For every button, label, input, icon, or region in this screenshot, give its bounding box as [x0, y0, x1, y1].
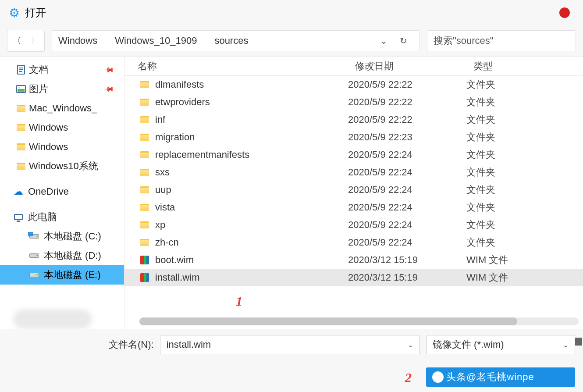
file-row[interactable]: install.wim2020/3/12 15:19WIM 文件 — [124, 269, 583, 286]
file-name: migration — [155, 132, 195, 143]
filename-label: 文件名(N): — [109, 338, 154, 351]
file-row[interactable]: dlmanifests2020/5/9 22:22文件夹 — [124, 76, 583, 93]
filetype-filter[interactable]: 镜像文件 (*.wim) ⌄ — [426, 335, 575, 354]
file-panel: ︿ 名称 修改日期 类型 dlmanifests2020/5/9 22:22文件… — [124, 57, 583, 329]
file-name: etwproviders — [155, 96, 210, 108]
file-name: boot.wim — [155, 254, 194, 266]
file-date: 2020/5/9 22:24 — [348, 167, 466, 178]
file-name: replacementmanifests — [155, 149, 249, 160]
file-row[interactable]: etwproviders2020/5/9 22:22文件夹 — [124, 93, 583, 111]
folder-icon — [139, 221, 150, 229]
picture-icon — [16, 84, 26, 94]
gear-icon: ⚙ — [9, 6, 20, 20]
wim-file-icon — [139, 256, 150, 264]
file-name: vista — [155, 202, 175, 213]
folder-icon — [16, 103, 26, 114]
folder-icon — [139, 133, 150, 142]
forward-button[interactable]: 〉 — [26, 30, 44, 51]
file-name: zh-cn — [155, 237, 179, 248]
breadcrumb[interactable]: Windows_10_1909 — [115, 35, 197, 46]
sidebar-item-label: 本地磁盘 (D:) — [44, 249, 101, 262]
file-row[interactable]: uup2020/5/9 22:24文件夹 — [124, 181, 583, 199]
sidebar-item-folder[interactable]: Mac_Windows_ — [0, 99, 124, 118]
file-name: uup — [155, 184, 171, 196]
location-bar[interactable]: Windows Windows_10_1909 sources ⌄ ↻ — [52, 30, 420, 51]
close-dot-icon[interactable] — [559, 7, 570, 18]
sidebar-item-label: 文档 — [29, 63, 48, 76]
drive-icon — [29, 231, 39, 242]
open-button[interactable]: 头条@老毛桃winpe — [426, 367, 575, 387]
sidebar-item-folder[interactable]: Windows10系统 — [0, 157, 124, 176]
drive-icon — [29, 270, 39, 280]
file-row[interactable]: zh-cn2020/5/9 22:24文件夹 — [124, 234, 583, 251]
folder-icon — [139, 203, 150, 212]
file-row[interactable]: migration2020/5/9 22:23文件夹 — [124, 128, 583, 146]
file-date: 2020/5/9 22:24 — [348, 237, 466, 248]
file-name-cell: zh-cn — [124, 237, 348, 248]
file-row[interactable]: xp2020/5/9 22:24文件夹 — [124, 216, 583, 234]
filename-input[interactable]: install.wim ⌄ — [160, 335, 420, 354]
breadcrumb[interactable]: Windows — [58, 35, 97, 46]
folder-icon — [16, 142, 26, 152]
refresh-icon[interactable]: ↻ — [394, 36, 413, 46]
file-name-cell: inf — [124, 114, 348, 125]
file-date: 2020/3/12 15:19 — [348, 272, 466, 283]
sidebar-item-documents[interactable]: 文档 📌 — [0, 60, 124, 79]
sidebar-item-folder[interactable]: Windows — [0, 137, 124, 157]
sidebar-item-onedrive[interactable]: ☁ OneDrive — [0, 182, 124, 201]
column-header-date[interactable]: 修改日期 — [348, 60, 466, 73]
file-date: 2020/5/9 22:22 — [348, 114, 466, 125]
file-type: 文件夹 — [466, 96, 583, 109]
file-row[interactable]: sxs2020/5/9 22:24文件夹 — [124, 164, 583, 181]
breadcrumb[interactable]: sources — [214, 35, 248, 46]
sidebar-item-thispc[interactable]: 此电脑 — [0, 207, 124, 227]
sidebar-item-label: Windows — [29, 141, 68, 153]
file-type: 文件夹 — [466, 148, 583, 161]
sidebar-item-label: 图片 — [29, 82, 48, 96]
blurred-item — [13, 310, 92, 329]
file-name-cell: install.wim — [124, 272, 348, 283]
search-input[interactable]: 搜索"sources" — [427, 30, 576, 51]
file-name: xp — [155, 219, 165, 231]
file-row[interactable]: vista2020/5/9 22:24文件夹 — [124, 199, 583, 216]
file-date: 2020/5/9 22:24 — [348, 149, 466, 160]
file-date: 2020/5/9 22:24 — [348, 202, 466, 213]
horizontal-scrollbar[interactable] — [139, 317, 579, 325]
file-name: install.wim — [155, 272, 199, 283]
folder-icon — [16, 122, 26, 133]
chevron-down-icon[interactable]: ⌄ — [563, 341, 569, 349]
drive-icon — [29, 250, 39, 261]
sidebar-item-pictures[interactable]: 图片 📌 — [0, 79, 124, 99]
onedrive-icon: ☁ — [13, 186, 24, 197]
navbar: 〈 〉 Windows Windows_10_1909 sources ⌄ ↻ … — [0, 25, 583, 56]
sidebar-item-label: Windows10系统 — [29, 160, 98, 173]
sidebar-item-drive-d[interactable]: 本地磁盘 (D:) — [0, 246, 124, 265]
file-row[interactable]: replacementmanifests2020/5/9 22:24文件夹 — [124, 146, 583, 164]
file-row[interactable]: boot.wim2020/3/12 15:19WIM 文件 — [124, 251, 583, 269]
filename-value: install.wim — [167, 339, 211, 350]
window-title: 打开 — [25, 6, 46, 20]
file-name-cell: migration — [124, 132, 348, 143]
document-icon — [16, 64, 26, 75]
pin-icon: 📌 — [103, 83, 115, 95]
scrollbar-thumb[interactable] — [139, 317, 517, 325]
back-button[interactable]: 〈 — [7, 30, 26, 51]
file-name-cell: xp — [124, 219, 348, 231]
file-name: inf — [155, 114, 165, 125]
chevron-down-icon[interactable]: ⌄ — [408, 341, 413, 349]
sidebar-item-drive-e[interactable]: 本地磁盘 (E:) — [0, 265, 124, 285]
folder-icon — [139, 98, 150, 107]
sidebar-item-drive-c[interactable]: 本地磁盘 (C:) — [0, 227, 124, 246]
column-header-type[interactable]: 类型 — [466, 60, 583, 73]
file-row[interactable]: inf2020/5/9 22:22文件夹 — [124, 111, 583, 128]
file-date: 2020/5/9 22:24 — [348, 219, 466, 231]
file-type: 文件夹 — [466, 236, 583, 249]
sidebar-item-label: OneDrive — [28, 186, 69, 197]
chevron-down-icon[interactable]: ⌄ — [374, 36, 394, 46]
sidebar-item-folder[interactable]: Windows — [0, 118, 124, 137]
wim-file-icon — [139, 273, 150, 282]
vertical-scrollbar-button[interactable] — [575, 338, 582, 346]
sort-arrow-icon[interactable]: ︿ — [370, 58, 376, 66]
file-name-cell: vista — [124, 202, 348, 213]
column-header-name[interactable]: 名称 — [124, 60, 348, 73]
